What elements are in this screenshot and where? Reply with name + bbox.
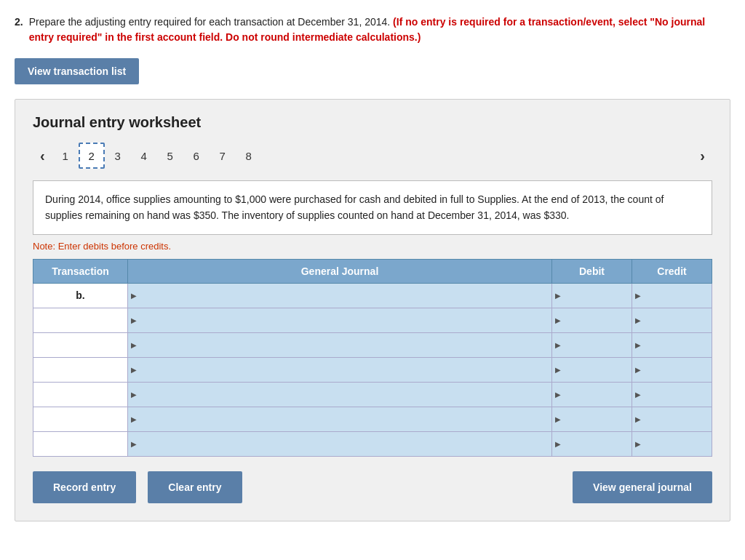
transaction-cell <box>33 407 128 431</box>
general-journal-cell[interactable] <box>128 382 552 407</box>
table-row <box>33 308 712 332</box>
table-row <box>33 382 712 407</box>
debit-cell[interactable] <box>552 332 632 357</box>
tab-5[interactable]: 5 <box>157 143 183 169</box>
table-row <box>33 332 712 357</box>
question-number: 2. <box>15 15 23 45</box>
credit-cell[interactable] <box>632 382 712 407</box>
tab-6[interactable]: 6 <box>183 143 210 169</box>
next-tab-button[interactable]: › <box>693 145 712 167</box>
debit-cell[interactable] <box>552 308 632 332</box>
general-journal-cell[interactable] <box>128 357 552 382</box>
credit-cell[interactable] <box>632 357 712 382</box>
table-row: b. <box>33 283 712 308</box>
prev-tab-button[interactable]: ‹ <box>33 145 52 167</box>
general-journal-cell[interactable] <box>128 283 552 308</box>
credit-cell[interactable] <box>632 283 712 308</box>
worksheet-container: Journal entry worksheet ‹ 1 2 3 4 5 6 7 … <box>15 99 730 521</box>
col-header-debit: Debit <box>552 259 632 283</box>
general-journal-cell[interactable] <box>128 431 552 456</box>
button-row: Record entry Clear entry View general jo… <box>33 471 712 503</box>
transaction-cell <box>33 431 128 456</box>
debit-cell[interactable] <box>552 382 632 407</box>
credit-cell[interactable] <box>632 431 712 456</box>
tab-2[interactable]: 2 <box>79 143 105 169</box>
credit-cell[interactable] <box>632 308 712 332</box>
tab-navigation: ‹ 1 2 3 4 5 6 7 8 › <box>33 143 712 169</box>
col-header-transaction: Transaction <box>33 259 128 283</box>
table-row <box>33 431 712 456</box>
debit-cell[interactable] <box>552 407 632 431</box>
general-journal-cell[interactable] <box>128 332 552 357</box>
credit-cell[interactable] <box>632 407 712 431</box>
credit-cell[interactable] <box>632 332 712 357</box>
general-journal-cell[interactable] <box>128 407 552 431</box>
transaction-cell <box>33 382 128 407</box>
transaction-description: During 2014, office supplies amounting t… <box>33 180 712 235</box>
question-header: 2. Prepare the adjusting entry required … <box>15 15 730 45</box>
tab-3[interactable]: 3 <box>105 143 131 169</box>
table-row <box>33 407 712 431</box>
col-header-general-journal: General Journal <box>128 259 552 283</box>
general-journal-cell[interactable] <box>128 308 552 332</box>
debit-cell[interactable] <box>552 431 632 456</box>
debit-cell[interactable] <box>552 357 632 382</box>
transaction-cell <box>33 308 128 332</box>
question-text: Prepare the adjusting entry required for… <box>29 15 730 45</box>
transaction-cell: b. <box>33 283 128 308</box>
tab-7[interactable]: 7 <box>210 143 236 169</box>
journal-table: Transaction General Journal Debit Credit… <box>33 259 712 457</box>
view-transaction-button[interactable]: View transaction list <box>15 58 139 84</box>
tab-8[interactable]: 8 <box>236 143 262 169</box>
note-text: Note: Enter debits before credits. <box>33 241 712 252</box>
debit-cell[interactable] <box>552 283 632 308</box>
transaction-cell <box>33 357 128 382</box>
clear-entry-button[interactable]: Clear entry <box>148 471 242 503</box>
description-text: During 2014, office supplies amounting t… <box>45 193 664 221</box>
tab-4[interactable]: 4 <box>131 143 157 169</box>
worksheet-title: Journal entry worksheet <box>33 114 712 131</box>
col-header-credit: Credit <box>632 259 712 283</box>
tab-1[interactable]: 1 <box>52 143 79 169</box>
question-text-normal: Prepare the adjusting entry required for… <box>29 16 391 28</box>
table-row <box>33 357 712 382</box>
transaction-cell <box>33 332 128 357</box>
record-entry-button[interactable]: Record entry <box>33 471 136 503</box>
view-general-journal-button[interactable]: View general journal <box>573 471 712 503</box>
